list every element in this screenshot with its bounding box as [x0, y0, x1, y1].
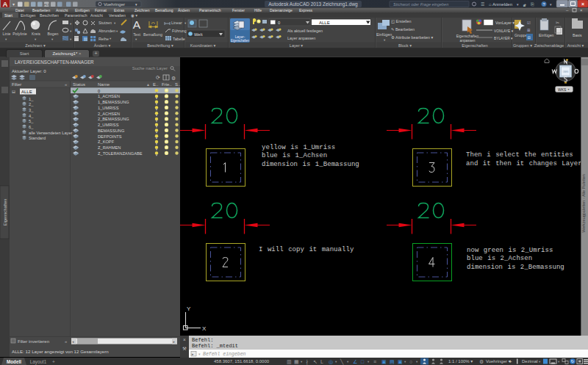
- svg-text:Datei: Datei: [15, 8, 24, 12]
- svg-text:Einfügen: Einfügen: [376, 32, 392, 37]
- svg-text:Express: Express: [299, 8, 313, 12]
- svg-text:Parametrisch: Parametrisch: [65, 13, 87, 18]
- svg-text:blue is 2_Achsen: blue is 2_Achsen: [467, 255, 532, 262]
- svg-text:Eigenschaften: Eigenschaften: [456, 35, 479, 38]
- svg-text:Zeichnen: Zeichnen: [135, 8, 150, 12]
- svg-text:∠: ∠: [353, 359, 357, 364]
- svg-text:Ansicht: Ansicht: [56, 8, 68, 12]
- svg-text:Hilfe: Hilfe: [254, 8, 262, 12]
- svg-text:⊟: ⊟: [12, 90, 15, 94]
- svg-text:↻: ↻: [571, 359, 575, 364]
- svg-text:Befehl eingeben: Befehl eingeben: [203, 352, 246, 357]
- svg-text:Start: Start: [4, 13, 13, 18]
- svg-text:Bemaßung: Bemaßung: [143, 32, 162, 37]
- svg-text:▥: ▥: [287, 359, 292, 364]
- svg-text:▾: ▾: [12, 2, 15, 7]
- svg-text:Then i select the entities: Then i select the entities: [466, 151, 573, 159]
- svg-text:Koordinaten ▾: Koordinaten ▾: [190, 43, 216, 48]
- svg-text:Eigenschaften: Eigenschaften: [462, 43, 487, 48]
- svg-text:Einfügen: Einfügen: [21, 13, 36, 18]
- svg-text:6_: 6_: [29, 125, 34, 129]
- svg-text:Befehl:: Befehl:: [192, 337, 213, 343]
- svg-text:Y: Y: [187, 306, 191, 312]
- svg-text:L: L: [320, 359, 323, 364]
- svg-text:Als aktuell festlegen: Als aktuell festlegen: [287, 29, 323, 33]
- svg-text:▦: ▦: [294, 359, 299, 364]
- svg-text:dimension is 2_Bemassung: dimension is 2_Bemassung: [467, 264, 564, 271]
- svg-text:PLT: PLT: [44, 3, 50, 7]
- svg-text:○: ○: [409, 359, 412, 364]
- svg-text:Linear: Linear: [171, 21, 182, 25]
- svg-text:3_: 3_: [29, 108, 34, 112]
- svg-text:Basis: Basis: [573, 33, 582, 37]
- svg-text:▾: ▾: [568, 87, 570, 91]
- svg-text:Bogen: Bogen: [47, 32, 58, 36]
- svg-text:Z_RAHMEN: Z_RAHMEN: [98, 145, 121, 150]
- svg-text:alle Verwendeten Layer: alle Verwendeten Layer: [29, 131, 73, 135]
- svg-text:Gruppen ▾: Gruppen ▾: [513, 43, 532, 48]
- svg-text:BEMASSUNG: BEMASSUNG: [98, 129, 124, 133]
- svg-text:VONLAYE ▾: VONLAYE ▾: [494, 29, 514, 33]
- svg-text:A: A: [3, 0, 8, 8]
- svg-text:Werkzeugpaletten - Alle Palett: Werkzeugpaletten - Alle Paletten: [581, 174, 586, 233]
- svg-text:anpassen: anpassen: [460, 39, 476, 43]
- svg-text:Abrunden: Abrunden: [98, 29, 115, 33]
- svg-text:≡: ≡: [373, 359, 376, 364]
- svg-text:Stutzen: Stutzen: [98, 21, 112, 25]
- svg-text:Eigenschaften: Eigenschaften: [3, 199, 7, 226]
- svg-text:Parametrisch: Parametrisch: [199, 8, 221, 12]
- svg-text:blue is 1_Achsen: blue is 1_Achsen: [262, 152, 327, 159]
- svg-text:ALLE: 12 Layer angezeigt von 1: ALLE: 12 Layer angezeigt von 12 Gesamtla…: [12, 349, 109, 354]
- svg-text:Z_KOPF: Z_KOPF: [98, 140, 115, 144]
- svg-text:1:1 / 100% ▾: 1:1 / 100% ▾: [448, 359, 473, 364]
- svg-text:▣: ▣: [398, 359, 403, 364]
- svg-text:Standard: Standard: [29, 136, 46, 140]
- svg-text:∤: ∤: [306, 359, 309, 365]
- svg-text:dimension is 1_Bemassung: dimension is 1_Bemassung: [262, 161, 359, 168]
- svg-text:Status: Status: [73, 82, 85, 87]
- svg-text:×: ×: [580, 8, 583, 12]
- svg-text:BYLAYER ▾: BYLAYER ▾: [494, 37, 513, 40]
- svg-text:▤: ▤: [390, 359, 395, 364]
- svg-text:VonLayer ▾: VonLayer ▾: [495, 21, 514, 25]
- svg-text:A: A: [133, 18, 141, 31]
- svg-text:◎: ◎: [329, 359, 333, 364]
- svg-text:Beschriftung ▾: Beschriftung ▾: [147, 43, 173, 48]
- svg-text:Ändern ▾: Ändern ▾: [94, 43, 111, 48]
- svg-text:LAYEREIGENSCHAFTEN-MANAGER: LAYEREIGENSCHAFTEN-MANAGER: [15, 59, 94, 65]
- svg-text:Suche nach Layer: Suche nach Layer: [132, 66, 168, 71]
- svg-text:Ändern: Ändern: [178, 8, 190, 12]
- svg-text:1_UMRISS: 1_UMRISS: [98, 106, 119, 110]
- svg-text:Befehl: _mtedit: Befehl: _mtedit: [192, 343, 238, 349]
- svg-text:⚙: ⚙: [171, 76, 176, 81]
- svg-text:2_BEMASSUNG: 2_BEMASSUNG: [98, 117, 129, 121]
- svg-text:now green is 2_Umriss: now green is 2_Umriss: [467, 247, 553, 254]
- svg-text:Name: Name: [98, 82, 110, 87]
- svg-text:1_: 1_: [29, 97, 34, 101]
- svg-text:Voehringer ▾: Voehringer ▾: [486, 359, 511, 364]
- svg-text:I will copy it manually: I will copy it manually: [259, 246, 354, 253]
- svg-text:Linie: Linie: [3, 32, 11, 36]
- svg-text:⊟: ⊟: [528, 35, 531, 40]
- svg-text:Welt: Welt: [194, 32, 203, 37]
- svg-text:Gruppe: Gruppe: [514, 33, 527, 37]
- svg-text:WKS: WKS: [558, 87, 567, 92]
- svg-text:⊞: ⊞: [527, 28, 531, 32]
- svg-text:0: 0: [98, 89, 100, 93]
- svg-text:Dezimal: Dezimal: [522, 359, 538, 364]
- svg-text:and it then it changes Layers: and it then it changes Layers: [466, 160, 586, 167]
- svg-text:Einfügen: Einfügen: [539, 33, 554, 37]
- svg-text:⚙: ⚙: [479, 359, 484, 364]
- svg-text:S..: S..: [175, 82, 180, 87]
- svg-text:Tabelle: Tabelle: [173, 37, 185, 41]
- svg-text:5_: 5_: [29, 119, 34, 123]
- svg-text:Layer-: Layer-: [235, 35, 245, 39]
- svg-text:Aktueller Layer: 0: Aktueller Layer: 0: [12, 69, 46, 73]
- svg-text:⸙: ⸙: [523, 2, 526, 7]
- svg-text:Einfügen: Einfügen: [75, 8, 90, 12]
- svg-text:Datenanzeige: Datenanzeige: [270, 8, 293, 12]
- svg-text:Layer anpassen: Layer anpassen: [287, 36, 315, 40]
- svg-text:Eigenschaften: Eigenschaften: [231, 39, 249, 43]
- svg-text:Ansicht: Ansicht: [90, 13, 104, 18]
- svg-text:✎ Bearbeiten: ✎ Bearbeiten: [391, 27, 415, 32]
